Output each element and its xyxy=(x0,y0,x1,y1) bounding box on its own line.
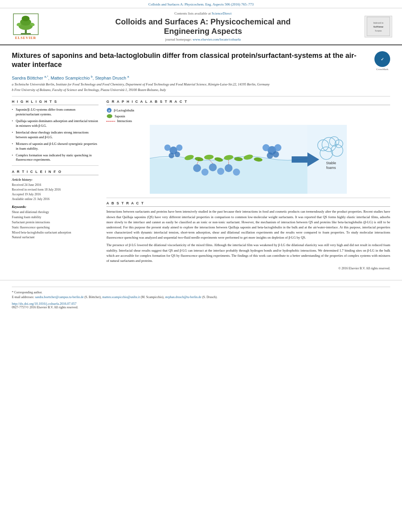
two-col-layout: H I G H L I G H T S Saponin/β–LG-systems… xyxy=(12,100,390,270)
elsevier-tree-icon xyxy=(13,13,39,35)
received-date: Received 24 June 2016 xyxy=(12,183,99,187)
abstract-paragraph-2: The presence of β-LG lowered the dilatio… xyxy=(106,243,390,263)
article-info-heading: A R T I C L E I N F O xyxy=(12,170,99,175)
keywords-label: Keywords: xyxy=(12,205,99,209)
keyword-5: Mixed beta-lactoglobulin surfactant adso… xyxy=(12,230,99,235)
highlight-item-1: Saponin/β–LG-systems differ from common … xyxy=(12,108,99,117)
accepted-date: Accepted 19 July 2016 xyxy=(12,192,99,197)
interactions-icon xyxy=(106,120,115,123)
available-date: Available online 21 July 2016 xyxy=(12,197,99,202)
svg-point-45 xyxy=(267,152,273,159)
keyword-2: Foaming foam stability xyxy=(12,215,99,220)
svg-point-43 xyxy=(274,144,281,151)
journal-top-bar: Colloids and Surfaces A: Physicochem. En… xyxy=(0,0,402,8)
svg-rect-1 xyxy=(21,33,31,34)
svg-point-24 xyxy=(175,152,180,157)
page-wrapper: Colloids and Surfaces A: Physicochem. En… xyxy=(0,0,402,309)
corresponding-author-label: * Corresponding author. xyxy=(12,291,43,294)
svg-point-37 xyxy=(225,164,233,172)
crossmark-circle: ✓ xyxy=(374,51,390,67)
email-footnote: E-mail addresses: sandra.boettcher@campu… xyxy=(12,295,390,300)
email-1-name: (S. Böttcher), xyxy=(84,295,101,299)
crossmark-label: CrossMark xyxy=(374,68,390,71)
svg-text:Stable: Stable xyxy=(326,161,336,165)
svg-point-21 xyxy=(176,145,182,151)
doi-link[interactable]: http://dx.doi.org/10.1016/j.colsurfa.201… xyxy=(12,302,390,306)
abstract-paragraph-1: Interactions between surfactants and pro… xyxy=(106,209,390,240)
email-label: E-mail addresses: xyxy=(12,295,34,299)
abstract-section: A B S T R A C T Interactions between sur… xyxy=(106,201,390,270)
svg-point-33 xyxy=(193,164,201,172)
svg-point-38 xyxy=(233,169,240,176)
issn-line: 0927-7757/© 2016 Elsevier B.V. All right… xyxy=(12,306,390,309)
journal-homepage: journal homepage: www.elsevier.com/locat… xyxy=(47,37,359,41)
article-title: Mixtures of saponins and beta-lactoglobu… xyxy=(12,51,368,70)
contents-prefix: Contents lists available at xyxy=(175,11,211,15)
graphical-abstract-image: Stable foams xyxy=(106,125,390,194)
footnote-text: * Corresponding author. xyxy=(12,290,390,295)
keyword-1: Shear and dilational rheology xyxy=(12,210,99,215)
article-history-label: Article history: xyxy=(12,178,99,182)
journal-citation: Colloids and Surfaces A: Physicochem. En… xyxy=(148,2,253,6)
svg-text:Indexed in: Indexed in xyxy=(373,22,383,24)
crossref-logo: Indexed in SciVerse Scopus xyxy=(363,16,394,37)
svg-text:SciVerse: SciVerse xyxy=(373,25,383,28)
graphical-abstract-svg: Stable foams xyxy=(106,125,390,194)
received-revised-date: Received in revised form 18 July 2016 xyxy=(12,187,99,192)
homepage-prefix: journal homepage: xyxy=(165,37,192,41)
highlight-item-4: Mixtures of saponin and β-LG showed syne… xyxy=(12,142,99,151)
elsevier-logo: ELSEVIER xyxy=(8,13,43,40)
legend-beta: β β-Lactoglobulin xyxy=(106,108,390,113)
highlight-item-3: Interfacial shear rheology indicates str… xyxy=(12,130,99,140)
homepage-url[interactable]: www.elsevier.com/locate/colsurfa xyxy=(193,37,241,41)
graphical-abstract-heading: G R A P H I C A L A B S T R A C T xyxy=(106,100,390,105)
email-2[interactable]: matten.scampicchio@unibz.it xyxy=(102,295,140,299)
authors: Sandra Böttcher a,*, Matteo Scampicchio … xyxy=(12,75,390,80)
legend-saponin-label: Saponin xyxy=(115,115,125,118)
journal-title-block: Contents lists available at ScienceDirec… xyxy=(43,11,363,41)
svg-text:✓: ✓ xyxy=(381,57,384,61)
keywords-section: Keywords: Shear and dilational rheology … xyxy=(12,205,99,240)
email-3[interactable]: stephan.drusch@tu-berlin.de xyxy=(165,295,201,299)
highlights-list: Saponin/β–LG-systems differ from common … xyxy=(12,108,99,162)
highlight-item-2: Quillaja saponin dominates adsorption an… xyxy=(12,119,99,128)
article-info-section: A R T I C L E I N F O Article history: R… xyxy=(12,170,99,202)
highlights-heading: H I G H L I G H T S xyxy=(12,100,99,105)
legend-interactions-label: Interactions xyxy=(117,119,132,123)
svg-point-23 xyxy=(169,153,174,158)
svg-point-35 xyxy=(209,163,217,171)
saponin-icon xyxy=(106,114,113,119)
email-1[interactable]: sandra.boettcher@campus.tu-berlin.de xyxy=(35,295,84,299)
email-3-name: (S. Drusch). xyxy=(202,295,218,299)
keyword-4: Static fluorescence quenching xyxy=(12,225,99,230)
svg-point-16 xyxy=(107,114,112,118)
svg-text:Scopus: Scopus xyxy=(375,30,382,32)
svg-point-4 xyxy=(22,16,30,21)
svg-point-44 xyxy=(262,144,270,151)
graphical-abstract: G R A P H I C A L A B S T R A C T β β-La… xyxy=(106,100,390,194)
article-content: Mixtures of saponins and beta-lactoglobu… xyxy=(0,45,402,274)
legend-beta-label: β-Lactoglobulin xyxy=(114,109,134,112)
svg-text:foams: foams xyxy=(326,166,336,170)
svg-point-46 xyxy=(273,151,279,158)
abstract-heading: A B S T R A C T xyxy=(106,201,390,207)
svg-text:β: β xyxy=(108,109,110,112)
svg-point-22 xyxy=(164,145,171,151)
keywords-list: Shear and dilational rheology Foaming fo… xyxy=(12,210,99,240)
crossmark-badge: ✓ CrossMark xyxy=(374,51,390,71)
footer-section: * Corresponding author. E-mail addresses… xyxy=(0,280,402,309)
journal-main-title: Colloids and Surfaces A: Physicochemical… xyxy=(47,17,359,36)
journal-title-line2: Engineering Aspects xyxy=(164,27,242,35)
email-2-name: (M. Scampicchio), xyxy=(141,295,164,299)
svg-point-36 xyxy=(217,168,224,175)
sciencedirect-link[interactable]: ScienceDirect xyxy=(212,11,231,15)
crossref-img: Indexed in SciVerse Scopus xyxy=(365,16,392,37)
contents-list: Contents lists available at ScienceDirec… xyxy=(47,11,359,15)
footer-divider xyxy=(12,287,390,287)
journal-header: ELSEVIER Contents lists available at Sci… xyxy=(0,8,402,45)
section-divider-3 xyxy=(106,198,390,198)
copyright-line: © 2016 Elsevier B.V. All rights reserved… xyxy=(106,267,390,270)
highlights-section: H I G H L I G H T S Saponin/β–LG-systems… xyxy=(12,100,99,162)
highlight-item-5: Complex formation was indicated by stati… xyxy=(12,153,99,163)
keyword-6: Natural surfactant xyxy=(12,235,99,240)
